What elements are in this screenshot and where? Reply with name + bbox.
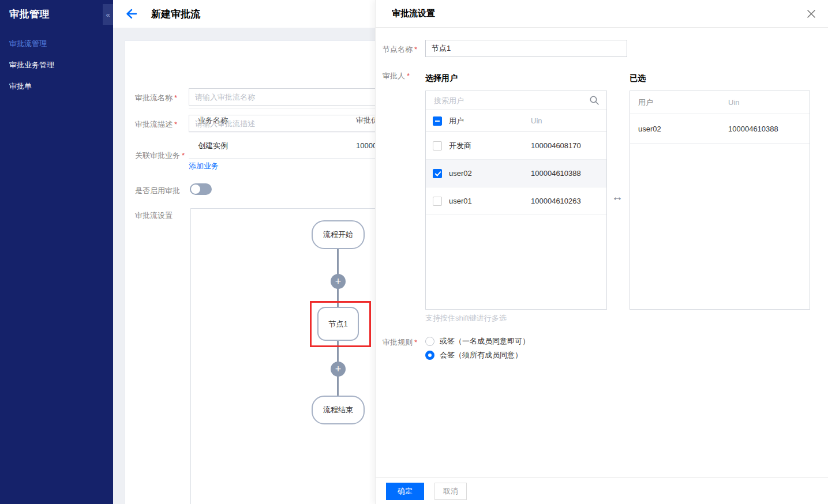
col-business-name: 业务名称: [189, 115, 356, 126]
user-source-panel: 用户 Uin 开发商 100004608170 user02 100004610…: [425, 91, 607, 310]
row-checkbox[interactable]: [433, 169, 442, 178]
back-arrow-icon[interactable]: [125, 7, 138, 21]
plus-icon: +: [335, 364, 342, 374]
related-business-label: 关联审批业务*: [135, 151, 185, 161]
selected-row-user02[interactable]: user02 100004610388: [630, 114, 810, 144]
row-checkbox[interactable]: [433, 141, 442, 151]
plus-icon: +: [335, 276, 342, 287]
rule-option-or-sign[interactable]: 或签（一名成员同意即可）: [425, 336, 530, 347]
user-uin: 100004610263: [531, 197, 606, 205]
enable-approval-toggle[interactable]: [190, 183, 212, 195]
drawer-header: 审批流设置: [376, 0, 828, 28]
drawer-footer: 确定 取消: [376, 477, 828, 504]
user-selected-panel: 用户 Uin user02 100004610388: [630, 91, 810, 310]
toggle-knob: [191, 185, 200, 194]
flow-node-1[interactable]: 节点1: [317, 307, 359, 341]
app-title: 审批管理: [0, 0, 113, 28]
drawer-title: 审批流设置: [392, 8, 806, 19]
sidebar-item-approval-flow[interactable]: 审批流管理: [0, 33, 113, 54]
collapse-icon: «: [106, 10, 110, 19]
user-name: user01: [449, 197, 531, 205]
col-user: 用户: [449, 116, 531, 126]
flow-desc-label: 审批流描述*: [135, 119, 177, 130]
rule-option-joint-sign[interactable]: 会签（须所有成员同意）: [425, 350, 522, 360]
flow-settings-drawer: 审批流设置 节点名称* 审批人* 选择用户 已选 用户 Uin 开发商: [375, 0, 828, 504]
enable-approval-label: 是否启用审批: [135, 186, 180, 196]
flow-setting-label: 审批流设置: [135, 210, 173, 221]
multiselect-hint: 支持按住shift键进行多选: [425, 313, 507, 324]
confirm-button[interactable]: 确定: [386, 483, 424, 500]
user-uin: 100004610388: [728, 125, 810, 133]
user-name: user02: [638, 125, 728, 133]
add-business-link[interactable]: 添加业务: [189, 161, 219, 171]
source-panel-title: 选择用户: [425, 73, 458, 84]
flow-node-label: 流程结束: [323, 405, 353, 415]
user-uin: 100004610388: [531, 169, 606, 178]
sidebar: 审批管理 « 审批流管理 审批业务管理 审批单: [0, 0, 113, 504]
node-name-label: 节点名称*: [383, 44, 417, 55]
required-star: *: [182, 151, 185, 160]
col-user: 用户: [638, 97, 728, 108]
sidebar-item-approval-business[interactable]: 审批业务管理: [0, 54, 113, 76]
required-star: *: [414, 338, 417, 347]
select-all-checkbox[interactable]: [433, 116, 442, 126]
user-name: 开发商: [449, 141, 531, 151]
close-icon[interactable]: [806, 9, 816, 19]
radio-icon[interactable]: [425, 337, 434, 346]
add-node-button[interactable]: +: [331, 362, 346, 377]
add-node-button[interactable]: +: [331, 274, 346, 289]
required-star: *: [414, 45, 417, 54]
user-row-user01[interactable]: user01 100004610263: [426, 187, 606, 215]
flow-start-node[interactable]: 流程开始: [312, 220, 365, 249]
required-star: *: [174, 120, 177, 129]
user-uin: 100004608170: [531, 141, 606, 150]
flow-node-label: 节点1: [328, 319, 347, 329]
sidebar-nav: 审批流管理 审批业务管理 审批单: [0, 33, 113, 97]
radio-label: 会签（须所有成员同意）: [440, 350, 522, 360]
sidebar-item-label: 审批单: [9, 82, 32, 91]
approver-label: 审批人*: [383, 71, 410, 81]
selected-table-header: 用户 Uin: [630, 91, 810, 114]
search-icon[interactable]: [589, 95, 600, 106]
approval-rule-label: 审批规则*: [383, 337, 417, 348]
sidebar-collapse-button[interactable]: «: [103, 4, 113, 25]
sidebar-item-label: 审批流管理: [9, 39, 47, 48]
radio-icon[interactable]: [425, 351, 434, 360]
required-star: *: [407, 72, 410, 80]
user-search-bar: [426, 91, 606, 110]
flow-node-label: 流程开始: [323, 230, 353, 240]
col-uin: Uin: [728, 98, 810, 107]
user-row-user02[interactable]: user02 100004610388: [426, 160, 606, 187]
node-name-input[interactable]: [425, 40, 627, 57]
sidebar-item-label: 审批业务管理: [9, 61, 54, 69]
row-checkbox[interactable]: [433, 197, 442, 206]
business-name-cell: 创建实例: [189, 141, 356, 151]
transfer-swap-icon: ↔: [612, 190, 623, 204]
radio-label: 或签（一名成员同意即可）: [440, 336, 530, 347]
user-name: user02: [449, 169, 531, 178]
source-table-header: 用户 Uin: [426, 110, 606, 132]
user-row-kaifashang[interactable]: 开发商 100004608170: [426, 132, 606, 160]
cancel-button[interactable]: 取消: [434, 483, 467, 500]
flow-end-node[interactable]: 流程结束: [312, 396, 365, 424]
search-user-input[interactable]: [434, 96, 589, 105]
flow-name-label: 审批流名称*: [135, 93, 177, 103]
page-title: 新建审批流: [151, 7, 200, 21]
sidebar-item-approval-ticket[interactable]: 审批单: [0, 76, 113, 97]
col-uin: Uin: [531, 116, 606, 125]
target-panel-title: 已选: [630, 73, 646, 84]
required-star: *: [174, 93, 177, 102]
